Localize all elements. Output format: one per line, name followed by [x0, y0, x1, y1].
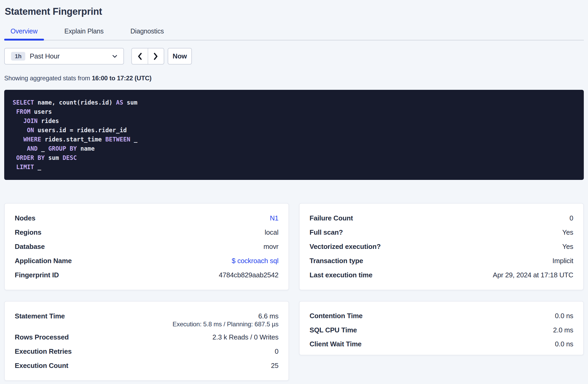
card-row-label: Contention Time	[310, 312, 363, 320]
tab-label: Overview	[11, 27, 38, 35]
card-row: Failure Count 0	[310, 211, 573, 225]
card-row: Client Wait Time 0.0 ns	[310, 337, 573, 351]
card-row: Last execution time Apr 29, 2024 at 17:1…	[310, 268, 573, 282]
previous-range-button[interactable]	[132, 48, 148, 64]
tab-explain-plans[interactable]: Explain Plans	[58, 28, 110, 40]
aggregated-stats-prefix: Showing aggregated stats from	[4, 75, 92, 82]
card-row-label: SQL CPU Time	[310, 326, 357, 334]
sql-code-line: AND _ GROUP BY name	[13, 144, 575, 153]
card-row-value: local	[265, 228, 278, 237]
card-row-label: Regions	[15, 228, 41, 237]
sql-code-line: ON users.id = rides.rider_id	[13, 126, 575, 135]
card-row-label: Transaction type	[310, 257, 363, 265]
sql-code-line: WHERE rides.start_time BETWEEN _	[13, 135, 575, 144]
sql-keyword: BY	[70, 145, 77, 152]
card-row-label: Rows Processed	[15, 333, 69, 341]
card-row-value: movr	[263, 243, 278, 251]
sql-keyword: GROUP	[48, 145, 66, 152]
time-range-pager	[131, 48, 164, 65]
sql-statement-box: SELECT name, count(rides.id) AS sum FROM…	[4, 90, 584, 180]
aggregated-stats-range: 16:00 to 17:22 (UTC)	[92, 75, 152, 82]
next-range-button[interactable]	[148, 48, 164, 64]
time-range-label: Past Hour	[30, 52, 112, 60]
card-row: Transaction type Implicit	[310, 254, 573, 268]
card-meta: Nodes N1 Regions local Database movr App…	[4, 203, 289, 290]
card-row-label: Fingerprint ID	[15, 271, 59, 279]
card-row-value: 25	[271, 362, 278, 370]
sql-text	[13, 127, 27, 134]
card-row-value: 0.0 ns	[555, 312, 573, 320]
now-button[interactable]: Now	[168, 48, 192, 65]
sql-text: sum	[123, 99, 137, 106]
card-row-label: Client Wait Time	[310, 340, 362, 348]
sql-keyword: ON	[27, 127, 34, 134]
sql-text	[13, 117, 23, 124]
card-row-value: Apr 29, 2024 at 17:18 UTC	[493, 271, 573, 279]
card-row-value: 2.3 k Reads / 0 Writes	[212, 333, 278, 341]
card-row-value: 0.0 ns	[555, 340, 573, 348]
time-range-badge: 1h	[11, 52, 25, 61]
card-row-value: 6.6 ms	[258, 312, 278, 320]
tab-label: Diagnostics	[130, 27, 164, 35]
card-row: Contention Time 0.0 ns	[310, 309, 573, 323]
sql-text	[13, 164, 16, 170]
card-waits: Contention Time 0.0 ns SQL CPU Time 2.0 …	[299, 301, 584, 355]
card-attributes: Failure Count 0 Full scan? Yes Vectorize…	[299, 203, 584, 290]
sql-text	[66, 145, 70, 152]
card-row: Nodes N1	[15, 211, 278, 225]
sql-code-line: FROM users	[13, 107, 575, 116]
sql-text	[13, 108, 16, 115]
page-title: Statement Fingerprint	[5, 0, 584, 18]
sql-text: _	[130, 136, 137, 143]
sql-keyword: AS	[116, 99, 123, 106]
card-row: Full scan? Yes	[310, 225, 573, 239]
chevron-left-icon	[138, 53, 142, 60]
chevron-down-icon	[112, 55, 117, 58]
card-row: Fingerprint ID 4784cb829aab2542	[15, 268, 278, 282]
sql-text: name	[77, 145, 95, 152]
card-row-label: Statement Time	[15, 312, 65, 320]
sql-keyword: WHERE	[23, 136, 41, 143]
card-row: Rows Processed 2.3 k Reads / 0 Writes	[15, 330, 278, 344]
sql-text: rides	[38, 117, 59, 124]
sql-text: _	[38, 145, 48, 152]
aggregated-stats-line: Showing aggregated stats from 16:00 to 1…	[4, 75, 584, 82]
sql-text: users.id = rides.rider_id	[34, 127, 127, 134]
card-row-value: 0	[275, 347, 278, 356]
card-row-label: Execution Retries	[15, 347, 72, 356]
card-row: Regions local	[15, 225, 278, 239]
chevron-right-icon	[154, 53, 158, 60]
sql-text: rides.start_time	[41, 136, 105, 143]
tab-label: Explain Plans	[64, 27, 104, 35]
card-row: Database movr	[15, 239, 278, 254]
card-row-label: Failure Count	[310, 214, 353, 222]
card-row: Vectorized execution? Yes	[310, 239, 573, 254]
tab-diagnostics[interactable]: Diagnostics	[124, 28, 170, 40]
sql-code-line: JOIN rides	[13, 116, 575, 126]
card-row-label: Database	[15, 243, 45, 251]
sql-code-line: SELECT name, count(rides.id) AS sum	[13, 98, 575, 107]
card-row-label: Last execution time	[310, 271, 372, 279]
tab-overview[interactable]: Overview	[4, 28, 44, 40]
sql-keyword: FROM	[16, 108, 31, 115]
card-row-value-link[interactable]: $ cockroach sql	[232, 257, 278, 265]
sql-keyword: AND	[27, 145, 38, 152]
sql-text: name, count(rides.id)	[34, 99, 116, 106]
sql-keyword: JOIN	[23, 117, 38, 124]
sql-text	[13, 154, 16, 161]
sql-keyword: BY	[38, 154, 45, 161]
card-row: Application Name $ cockroach sql	[15, 254, 278, 268]
sql-text	[34, 154, 38, 161]
card-row-value: 2.0 ms	[553, 326, 573, 334]
card-row-value: Yes	[562, 243, 573, 251]
sql-text: _	[34, 164, 41, 170]
card-row-label: Nodes	[15, 214, 35, 222]
sql-code-line: LIMIT _	[13, 163, 575, 172]
sql-keyword: SELECT	[13, 99, 34, 106]
card-row: SQL CPU Time 2.0 ms	[310, 323, 573, 337]
sql-code-line: ORDER BY sum DESC	[13, 153, 575, 163]
card-row-value-link[interactable]: N1	[270, 214, 278, 222]
card-timings: Statement Time 6.6 ms Execution: 5.8 ms …	[4, 301, 289, 381]
time-range-select[interactable]: 1h Past Hour	[4, 48, 124, 65]
card-row: Execution Retries 0	[15, 344, 278, 358]
